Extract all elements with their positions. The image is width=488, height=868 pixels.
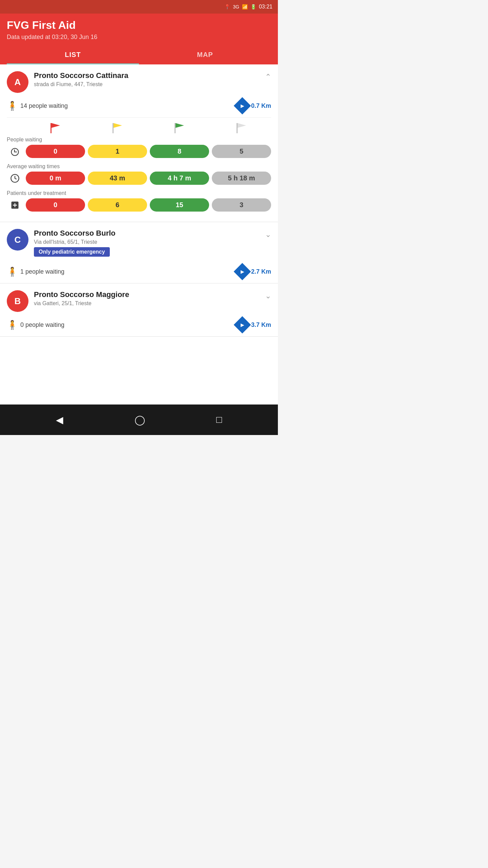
- flag-yellow-header: [88, 123, 147, 133]
- hospital-badge-c: C: [7, 229, 28, 251]
- waiting-stat-maggiore: 🧍 0 people waiting: [7, 320, 64, 330]
- waiting-stat-burlo: 🧍 1 people waiting: [7, 267, 64, 277]
- svg-marker-3: [114, 123, 122, 128]
- hospital-card-maggiore: B Pronto Soccorso Maggiore via Gatteri, …: [0, 283, 278, 337]
- signal-icon: 📶: [242, 4, 248, 9]
- avg-time-label: Average waiting times: [7, 163, 60, 169]
- tab-list[interactable]: LIST: [7, 46, 139, 64]
- seated-person-icon-burlo: 🧍: [7, 267, 18, 277]
- hospital-badge-b: B: [7, 290, 28, 312]
- waiting-count-burlo: 1 people waiting: [20, 268, 64, 275]
- hospital-tag-burlo: Only pediatric emergency: [34, 247, 110, 257]
- waiting-gray: 5: [212, 145, 271, 158]
- hospital-header-burlo: C Pronto Soccorso Burlo Via dell'Istria,…: [7, 229, 271, 259]
- battery-icon: 🔋: [250, 4, 256, 9]
- network-label: 3G: [233, 4, 239, 9]
- treatment-label: Patients under treatment: [7, 190, 66, 196]
- bottom-nav: ◀ ◯ □: [0, 405, 278, 435]
- waiting-stat-cattinara: 🧍 14 people waiting: [7, 101, 68, 111]
- app-header: FVG First Aid Data updated at 03:20, 30 …: [0, 14, 278, 64]
- hospital-address-maggiore: via Gatteri, 25/1, Trieste: [34, 300, 265, 307]
- hospital-card-burlo: C Pronto Soccorso Burlo Via dell'Istria,…: [0, 222, 278, 283]
- distance-stat-burlo: 2.7 Km: [236, 265, 271, 278]
- chevron-up-cattinara[interactable]: ⌃: [265, 71, 271, 81]
- avgtime-yellow: 43 m: [88, 172, 147, 185]
- treatment-label-row: Patients under treatment: [7, 190, 271, 196]
- avgtime-red: 0 m: [26, 172, 85, 185]
- back-button[interactable]: ◀: [56, 414, 63, 426]
- treatment-red: 0: [26, 198, 85, 212]
- treatment-yellow: 6: [88, 198, 147, 212]
- hospital-name-maggiore: Pronto Soccorso Maggiore: [34, 290, 265, 299]
- stats-row-burlo: 🧍 1 people waiting 2.7 Km: [7, 261, 271, 283]
- svg-marker-1: [52, 123, 60, 128]
- flag-green-header: [150, 123, 209, 133]
- waiting-green: 8: [150, 145, 209, 158]
- seated-icon-waiting: [7, 147, 23, 156]
- tab-bar: LIST MAP: [7, 46, 271, 64]
- hospital-name-cattinara: Pronto Soccorso Cattinara: [34, 71, 265, 80]
- treatment-green: 15: [150, 198, 209, 212]
- clock-icon: [7, 174, 23, 183]
- svg-marker-7: [238, 123, 246, 128]
- waiting-yellow: 1: [88, 145, 147, 158]
- svg-marker-5: [176, 123, 184, 128]
- svg-rect-6: [237, 123, 238, 133]
- distance-stat-cattinara: 0.7 Km: [236, 100, 271, 112]
- chevron-down-maggiore[interactable]: ⌄: [265, 290, 271, 300]
- stats-row-cattinara: 🧍 14 people waiting 0.7 Km: [7, 96, 271, 117]
- waiting-count-maggiore: 0 people waiting: [20, 321, 64, 329]
- location-icon: 📍: [224, 4, 230, 9]
- cross-icon: [7, 200, 23, 210]
- flag-headers: [7, 123, 271, 133]
- hospital-name-burlo: Pronto Soccorso Burlo: [34, 229, 265, 238]
- spacer: [0, 337, 278, 405]
- distance-value-maggiore: 3.7 Km: [251, 321, 271, 329]
- hospital-card-cattinara: A Pronto Soccorso Cattinara strada di Fi…: [0, 64, 278, 222]
- distance-value-cattinara: 0.7 Km: [251, 102, 271, 110]
- hospital-badge-a: A: [7, 71, 28, 93]
- direction-diamond-burlo: [234, 263, 251, 280]
- direction-diamond-maggiore: [234, 316, 251, 334]
- avg-time-data-row: 0 m 43 m 4 h 7 m 5 h 18 m: [7, 172, 271, 185]
- svg-rect-2: [113, 123, 114, 133]
- hospital-header-maggiore: B Pronto Soccorso Maggiore via Gatteri, …: [7, 290, 271, 312]
- stats-row-maggiore: 🧍 0 people waiting 3.7 Km: [7, 315, 271, 336]
- distance-stat-maggiore: 3.7 Km: [236, 319, 271, 331]
- recents-button[interactable]: □: [216, 414, 222, 425]
- app-title: FVG First Aid: [7, 19, 271, 32]
- avgtime-gray: 5 h 18 m: [212, 172, 271, 185]
- people-waiting-label: People waiting: [7, 137, 42, 142]
- home-button[interactable]: ◯: [135, 414, 145, 426]
- people-waiting-label-row: People waiting: [7, 137, 271, 143]
- waiting-count-cattinara: 14 people waiting: [20, 102, 68, 110]
- distance-value-burlo: 2.7 Km: [251, 268, 271, 275]
- content-area: A Pronto Soccorso Cattinara strada di Fi…: [0, 64, 278, 337]
- people-waiting-data-row: 0 1 8 5: [7, 145, 271, 158]
- expanded-details-cattinara: People waiting 0 1 8 5 Average waiting t…: [7, 117, 271, 222]
- hospital-address-burlo: Via dell'Istria, 65/1, Trieste: [34, 239, 265, 245]
- svg-rect-0: [50, 123, 52, 133]
- treatment-gray: 3: [212, 198, 271, 212]
- hospital-address-cattinara: strada di Fiume, 447, Trieste: [34, 81, 265, 87]
- flag-red-header: [26, 123, 85, 133]
- direction-diamond-cattinara: [234, 97, 251, 115]
- avgtime-green: 4 h 7 m: [150, 172, 209, 185]
- flag-gray-header: [212, 123, 271, 133]
- chevron-down-burlo[interactable]: ⌄: [265, 229, 271, 239]
- treatment-data-row: 0 6 15 3: [7, 198, 271, 212]
- avg-time-label-row: Average waiting times: [7, 163, 271, 170]
- waiting-red: 0: [26, 145, 85, 158]
- status-bar: 📍 3G 📶 🔋 03:21: [0, 0, 278, 14]
- seated-person-icon-maggiore: 🧍: [7, 320, 18, 330]
- clock: 03:21: [259, 4, 272, 10]
- seated-person-icon: 🧍: [7, 101, 18, 111]
- svg-rect-4: [175, 123, 176, 133]
- hospital-header-cattinara: A Pronto Soccorso Cattinara strada di Fi…: [7, 71, 271, 93]
- app-subtitle: Data updated at 03:20, 30 Jun 16: [7, 34, 271, 41]
- tab-map[interactable]: MAP: [139, 46, 271, 64]
